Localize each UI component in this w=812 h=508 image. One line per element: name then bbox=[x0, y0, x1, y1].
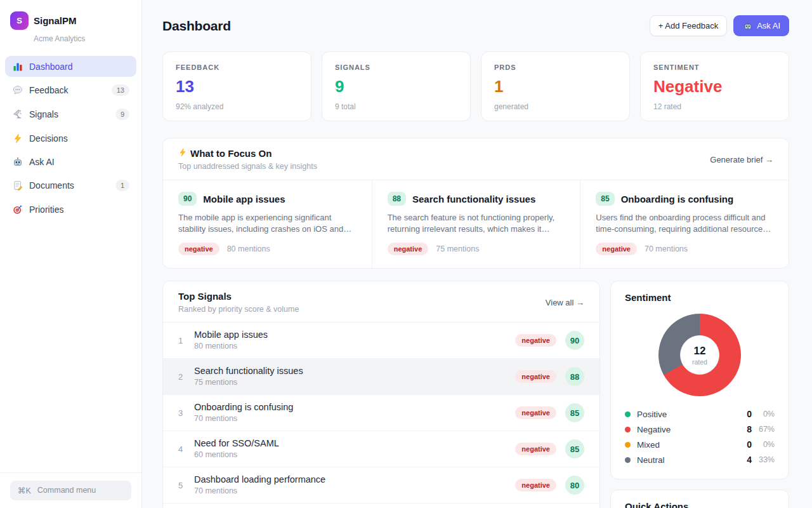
stat-value: Negative bbox=[653, 77, 776, 97]
stat-sub: 92% analyzed bbox=[176, 102, 298, 111]
ask-ai-button[interactable]: Ask AI bbox=[733, 15, 789, 36]
sidebar-item-label: Priorities bbox=[29, 204, 129, 215]
legend-row-mixed: Mixed 0 0% bbox=[625, 437, 775, 452]
top-signals-title: Top Signals bbox=[178, 291, 299, 302]
sentiment-badge: negative bbox=[178, 243, 219, 255]
sidebar-item-ask-ai[interactable]: Ask AI bbox=[5, 151, 136, 172]
signal-title: Need for SSO/SAML bbox=[194, 438, 515, 448]
bottom-section: Top Signals Ranked by priority score & v… bbox=[162, 281, 789, 508]
sidebar-item-decisions[interactable]: Decisions bbox=[5, 128, 136, 149]
focus-section: What to Focus On Top unaddressed signals… bbox=[162, 138, 789, 269]
view-all-link[interactable]: View all → bbox=[546, 298, 584, 307]
focus-card-description: The mobile app is experiencing significa… bbox=[178, 212, 357, 234]
legend-percent: 67% bbox=[752, 425, 775, 434]
score-badge: 90 bbox=[178, 192, 197, 206]
signal-rank: 3 bbox=[178, 408, 190, 418]
legend-label: Positive bbox=[637, 410, 747, 419]
signal-title: Onboarding is confusing bbox=[194, 402, 515, 412]
stat-card-prds: PRDS 1 generated bbox=[481, 51, 630, 121]
score-badge: 90 bbox=[565, 331, 584, 350]
legend-count: 8 bbox=[747, 424, 752, 434]
mentions-count: 80 mentions bbox=[227, 244, 270, 253]
stat-value: 13 bbox=[176, 77, 298, 97]
lightning-icon bbox=[178, 148, 187, 159]
sidebar-badge: 9 bbox=[115, 109, 129, 120]
brand-name: SignalPM bbox=[34, 15, 77, 26]
signal-rank: 1 bbox=[178, 336, 190, 345]
signal-rank: 5 bbox=[178, 481, 190, 490]
signal-mentions: 70 mentions bbox=[194, 486, 515, 496]
speech-balloon-icon bbox=[12, 85, 23, 96]
legend-percent: 33% bbox=[752, 455, 775, 464]
focus-card-description: Users find the onboarding process diffic… bbox=[596, 212, 773, 234]
legend-label: Negative bbox=[637, 425, 747, 434]
right-column: Sentiment 12 rated Positive 0 0% bbox=[610, 281, 789, 508]
mixed-dot-icon bbox=[625, 442, 631, 448]
stat-card-feedback: FEEDBACK 13 92% analyzed bbox=[162, 51, 311, 121]
stat-sub: 12 rated bbox=[653, 102, 776, 111]
signal-row[interactable]: 5 Dashboard loading performance 70 menti… bbox=[163, 467, 599, 504]
legend-percent: 0% bbox=[752, 410, 775, 418]
legend-count: 0 bbox=[747, 439, 752, 450]
lightning-icon bbox=[12, 133, 23, 144]
focus-card-item[interactable]: 88 Search functionality issues The searc… bbox=[372, 180, 580, 268]
focus-subtitle: Top unaddressed signals & key insights bbox=[178, 162, 317, 171]
sidebar-footer: ⌘K Command menu bbox=[0, 472, 141, 508]
robot-icon bbox=[742, 20, 753, 31]
robot-icon bbox=[12, 156, 23, 167]
sidebar-item-label: Dashboard bbox=[29, 62, 129, 72]
focus-card-title: Mobile app issues bbox=[203, 194, 285, 204]
focus-card-title: Search functionality issues bbox=[412, 194, 535, 204]
signal-mentions: 60 mentions bbox=[194, 450, 515, 460]
page-header: Dashboard + Add Feedback Ask AI bbox=[162, 15, 789, 36]
signal-mentions: 75 mentions bbox=[194, 378, 515, 387]
sentiment-badge: negative bbox=[596, 243, 637, 255]
sidebar-item-label: Decisions bbox=[29, 133, 129, 144]
stats-row: FEEDBACK 13 92% analyzed SIGNALS 9 9 tot… bbox=[162, 51, 789, 121]
signal-row[interactable]: 2 Search functionality issues 75 mention… bbox=[163, 359, 599, 395]
bar-chart-icon bbox=[12, 61, 23, 72]
sentiment-title: Sentiment bbox=[625, 292, 775, 303]
satellite-icon bbox=[12, 109, 23, 120]
sidebar-item-feedback[interactable]: Feedback 13 bbox=[5, 79, 136, 101]
signal-row[interactable]: 3 Onboarding is confusing 70 mentions ne… bbox=[163, 395, 599, 431]
focus-card-description: The search feature is not functioning pr… bbox=[388, 212, 565, 234]
command-menu-button[interactable]: ⌘K Command menu bbox=[10, 481, 131, 500]
focus-card-title: Onboarding is confusing bbox=[621, 194, 734, 204]
signal-mentions: 80 mentions bbox=[194, 342, 515, 351]
sentiment-badge: negative bbox=[515, 443, 556, 455]
quick-actions-title: Quick Actions bbox=[625, 501, 775, 508]
quick-actions-panel: Quick Actions Ask your feedback a questi… bbox=[610, 490, 789, 508]
signal-row[interactable]: 6 High pricing for startups negative 80 bbox=[163, 504, 599, 508]
focus-card-item[interactable]: 85 Onboarding is confusing Users find th… bbox=[580, 180, 789, 268]
negative-dot-icon bbox=[625, 427, 631, 432]
sentiment-badge: negative bbox=[515, 479, 556, 491]
sidebar-item-documents[interactable]: Documents 1 bbox=[5, 175, 136, 196]
legend-percent: 0% bbox=[752, 440, 775, 449]
ask-ai-label: Ask AI bbox=[757, 21, 780, 30]
score-badge: 85 bbox=[565, 403, 584, 422]
signal-row[interactable]: 1 Mobile app issues 80 mentions negative… bbox=[163, 323, 599, 359]
signal-mentions: 70 mentions bbox=[194, 414, 515, 424]
brand-logo: S bbox=[10, 11, 29, 30]
generate-brief-link[interactable]: Generate brief → bbox=[710, 155, 773, 164]
sidebar-item-dashboard[interactable]: Dashboard bbox=[5, 56, 136, 77]
target-icon bbox=[12, 204, 23, 215]
brand-org: Acme Analytics bbox=[34, 34, 131, 43]
sidebar-item-priorities[interactable]: Priorities bbox=[5, 199, 136, 220]
stat-sub: generated bbox=[494, 102, 617, 111]
focus-card-item[interactable]: 90 Mobile app issues The mobile app is e… bbox=[163, 180, 372, 268]
sidebar-badge: 13 bbox=[112, 84, 129, 96]
memo-icon bbox=[12, 180, 23, 191]
signal-row[interactable]: 4 Need for SSO/SAML 60 mentions negative… bbox=[163, 431, 599, 467]
stat-value: 1 bbox=[494, 77, 617, 97]
score-badge: 88 bbox=[388, 192, 406, 206]
sidebar-badge: 1 bbox=[115, 180, 129, 191]
add-feedback-button[interactable]: + Add Feedback bbox=[650, 15, 727, 36]
score-badge: 80 bbox=[565, 476, 584, 495]
legend-row-neutral: Neutral 4 33% bbox=[625, 452, 775, 467]
signal-title: Search functionality issues bbox=[194, 366, 515, 376]
sidebar-item-signals[interactable]: Signals 9 bbox=[5, 104, 136, 125]
stat-sub: 9 total bbox=[335, 102, 457, 111]
stat-label: FEEDBACK bbox=[176, 64, 298, 71]
